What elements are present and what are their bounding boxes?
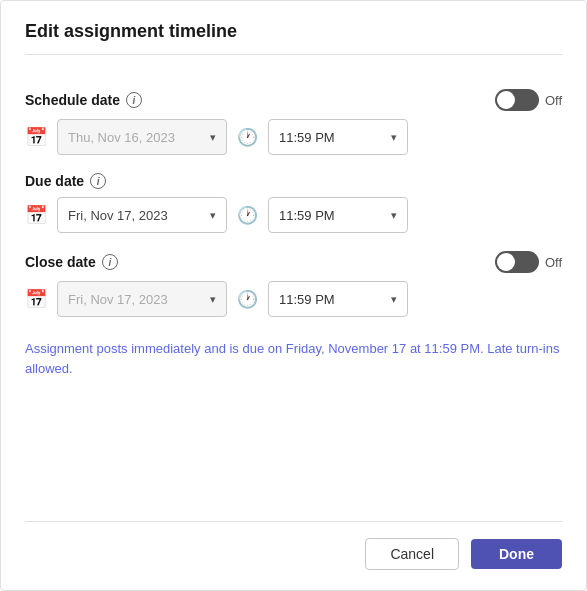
assignment-info-text: Assignment posts immediately and is due … — [25, 339, 562, 491]
schedule-field-row: 📅 Thu, Nov 16, 2023 ▾ 🕐 11:59 PM ▾ — [25, 119, 562, 155]
schedule-time-text: 11:59 PM — [279, 130, 383, 145]
close-field-row: 📅 Fri, Nov 17, 2023 ▾ 🕐 11:59 PM ▾ — [25, 281, 562, 317]
close-date-label: Close date — [25, 254, 96, 270]
close-time-select[interactable]: 11:59 PM ▾ — [268, 281, 408, 317]
schedule-info-icon[interactable]: i — [126, 92, 142, 108]
schedule-date-label: Schedule date — [25, 92, 120, 108]
schedule-date-chevron: ▾ — [210, 131, 216, 144]
close-date-select[interactable]: Fri, Nov 17, 2023 ▾ — [57, 281, 227, 317]
due-date-section: Due date i 📅 Fri, Nov 17, 2023 ▾ 🕐 11:59… — [25, 173, 562, 233]
schedule-time-select[interactable]: 11:59 PM ▾ — [268, 119, 408, 155]
schedule-toggle-knob — [497, 91, 515, 109]
due-date-header: Due date i — [25, 173, 562, 189]
close-time-chevron: ▾ — [391, 293, 397, 306]
schedule-clock-icon: 🕐 — [237, 127, 258, 148]
schedule-date-text: Thu, Nov 16, 2023 — [68, 130, 202, 145]
schedule-time-chevron: ▾ — [391, 131, 397, 144]
schedule-toggle[interactable] — [495, 89, 539, 111]
due-date-select[interactable]: Fri, Nov 17, 2023 ▾ — [57, 197, 227, 233]
close-date-text: Fri, Nov 17, 2023 — [68, 292, 202, 307]
schedule-label-group: Schedule date i — [25, 92, 142, 108]
close-date-section: Close date i Off 📅 Fri, Nov 17, 2023 ▾ 🕐… — [25, 251, 562, 317]
schedule-date-header: Schedule date i Off — [25, 89, 562, 111]
close-time-text: 11:59 PM — [279, 292, 383, 307]
edit-assignment-dialog: Edit assignment timeline Schedule date i… — [0, 0, 587, 591]
due-date-text: Fri, Nov 17, 2023 — [68, 208, 202, 223]
schedule-toggle-group: Off — [495, 89, 562, 111]
close-date-chevron: ▾ — [210, 293, 216, 306]
schedule-date-select[interactable]: Thu, Nov 16, 2023 ▾ — [57, 119, 227, 155]
schedule-calendar-icon[interactable]: 📅 — [25, 126, 47, 148]
close-clock-icon: 🕐 — [237, 289, 258, 310]
schedule-toggle-label: Off — [545, 93, 562, 108]
close-toggle-group: Off — [495, 251, 562, 273]
due-time-chevron: ▾ — [391, 209, 397, 222]
due-time-select[interactable]: 11:59 PM ▾ — [268, 197, 408, 233]
close-label-group: Close date i — [25, 254, 118, 270]
close-toggle-label: Off — [545, 255, 562, 270]
due-date-label: Due date — [25, 173, 84, 189]
dialog-title: Edit assignment timeline — [25, 21, 562, 55]
due-clock-icon: 🕐 — [237, 205, 258, 226]
done-button[interactable]: Done — [471, 539, 562, 569]
due-date-chevron: ▾ — [210, 209, 216, 222]
close-toggle[interactable] — [495, 251, 539, 273]
close-date-header: Close date i Off — [25, 251, 562, 273]
due-info-icon[interactable]: i — [90, 173, 106, 189]
close-calendar-icon[interactable]: 📅 — [25, 288, 47, 310]
due-calendar-icon[interactable]: 📅 — [25, 204, 47, 226]
close-info-icon[interactable]: i — [102, 254, 118, 270]
due-time-text: 11:59 PM — [279, 208, 383, 223]
cancel-button[interactable]: Cancel — [365, 538, 459, 570]
due-label-group: Due date i — [25, 173, 106, 189]
due-field-row: 📅 Fri, Nov 17, 2023 ▾ 🕐 11:59 PM ▾ — [25, 197, 562, 233]
dialog-footer: Cancel Done — [25, 521, 562, 570]
schedule-date-section: Schedule date i Off 📅 Thu, Nov 16, 2023 … — [25, 89, 562, 155]
close-toggle-knob — [497, 253, 515, 271]
